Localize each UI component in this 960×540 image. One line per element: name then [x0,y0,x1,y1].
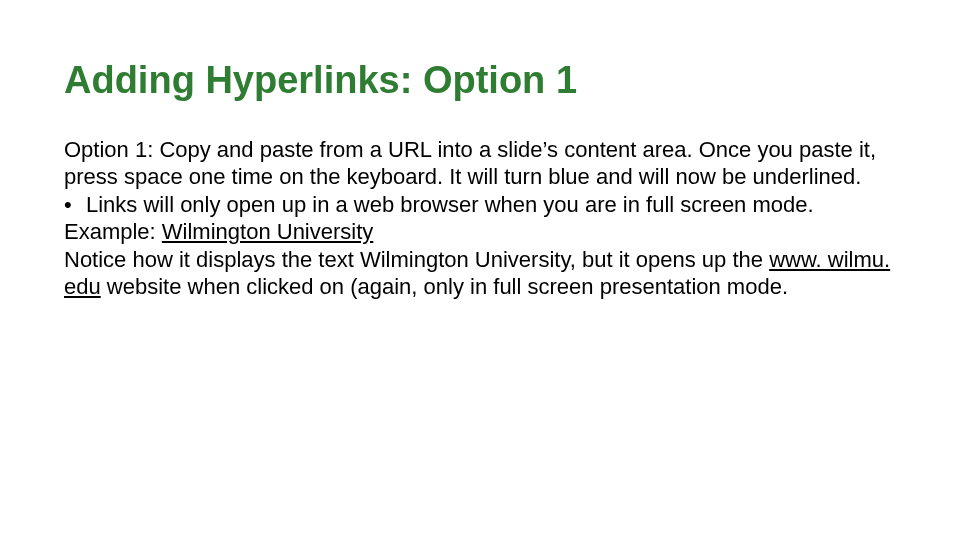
notice-pre: Notice how it displays the text Wilmingt… [64,247,769,272]
notice-post: website when clicked on (again, only in … [101,274,788,299]
bullet-item: • Links will only open up in a web brows… [64,191,896,219]
bullet-marker-icon: • [64,191,86,219]
example-prefix: Example: [64,219,162,244]
slide-body: Option 1: Copy and paste from a URL into… [64,136,896,301]
paragraph-notice: Notice how it displays the text Wilmingt… [64,246,896,301]
slide: Adding Hyperlinks: Option 1 Option 1: Co… [0,0,960,540]
paragraph-intro: Option 1: Copy and paste from a URL into… [64,136,896,191]
paragraph-example: Example: Wilmington University [64,218,896,246]
bullet-text: Links will only open up in a web browser… [86,191,896,219]
slide-title: Adding Hyperlinks: Option 1 [64,60,896,102]
example-hyperlink[interactable]: Wilmington University [162,219,374,244]
